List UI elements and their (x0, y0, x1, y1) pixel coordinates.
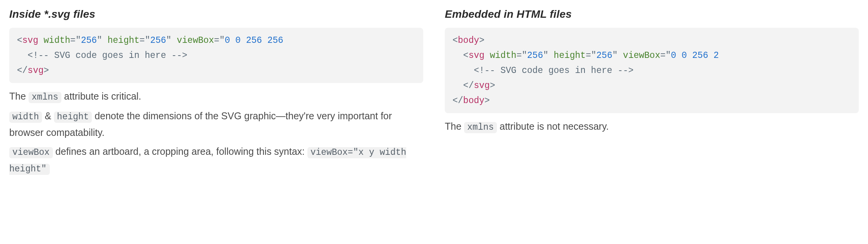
inline-code-viewbox: viewBox (9, 147, 53, 158)
tag-svg-close: svg (28, 66, 44, 76)
right-desc-line1: The xmlns attribute is not necessary. (445, 119, 859, 135)
left-desc-line1: The xmlns attribute is critical. (9, 88, 423, 105)
left-code-block: <svg width="256" height="256" viewBox="0… (9, 28, 423, 83)
left-desc-line3: viewBox defines an artboard, a cropping … (9, 144, 423, 177)
svg-comment: <!-- SVG code goes in here --> (28, 51, 187, 61)
inline-code-height: height (54, 112, 92, 123)
attr-viewbox: viewBox (177, 36, 214, 46)
inline-code-xmlns-r: xmlns (464, 122, 497, 133)
inline-code-xmlns: xmlns (29, 92, 61, 103)
tag-body-close: body (463, 96, 485, 106)
val-width: 256 (81, 36, 97, 46)
right-code-block: <body> <svg width="256" height="256" vie… (445, 28, 859, 113)
page-root: Inside *.svg files <svg width="256" heig… (0, 0, 868, 189)
attr-viewbox-r: viewBox (623, 51, 660, 61)
left-description: The xmlns attribute is critical. width &… (9, 88, 423, 177)
angle-open: < (17, 36, 22, 46)
attr-width-r: width (490, 51, 517, 61)
tag-body-open: body (458, 36, 479, 46)
left-desc-line2: width & height denote the dimensions of … (9, 108, 423, 141)
right-description: The xmlns attribute is not necessary. (445, 119, 859, 135)
val-viewbox: 0 0 256 256 (225, 36, 283, 46)
right-heading: Embedded in HTML files (445, 6, 859, 22)
tag-svg-open: svg (22, 36, 38, 46)
attr-height: height (108, 36, 140, 46)
attr-width: width (44, 36, 70, 46)
tag-svg-open-r: svg (468, 51, 484, 61)
right-column: Embedded in HTML files <body> <svg width… (445, 6, 859, 180)
inline-code-width: width (9, 112, 42, 123)
val-viewbox-r: 0 0 256 2 (671, 51, 719, 61)
left-column: Inside *.svg files <svg width="256" heig… (9, 6, 423, 180)
attr-height-r: height (554, 51, 586, 61)
val-height: 256 (150, 36, 166, 46)
svg-comment-r: <!-- SVG code goes in here --> (474, 66, 633, 76)
left-heading: Inside *.svg files (9, 6, 423, 22)
val-width-r: 256 (527, 51, 543, 61)
val-height-r: 256 (596, 51, 612, 61)
tag-svg-close-r: svg (474, 81, 490, 91)
